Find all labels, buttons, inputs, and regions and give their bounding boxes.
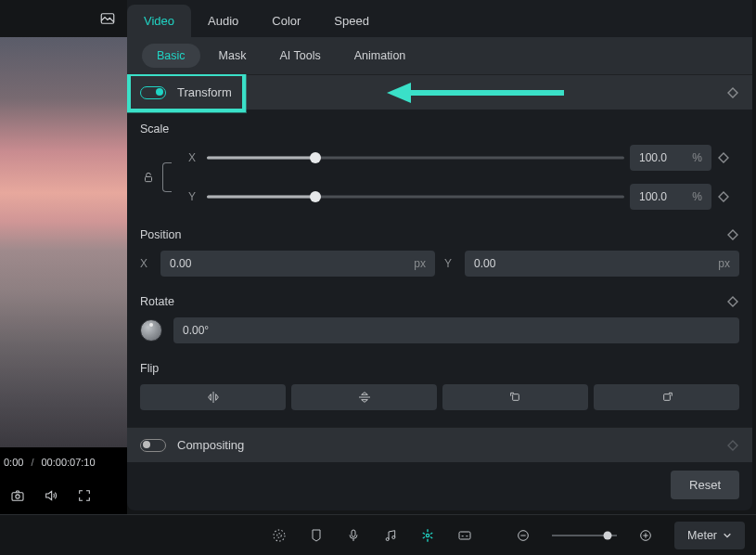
mic-icon[interactable] bbox=[345, 527, 362, 544]
tab-audio[interactable]: Audio bbox=[191, 5, 255, 37]
zoom-out-icon[interactable] bbox=[515, 527, 532, 544]
subtab-ai-tools[interactable]: AI Tools bbox=[264, 44, 335, 68]
music-note-icon[interactable] bbox=[382, 527, 399, 544]
tab-video[interactable]: Video bbox=[127, 5, 191, 37]
time-total: 00:00:07:10 bbox=[41, 457, 95, 468]
time-current: 0:00 bbox=[4, 457, 23, 468]
bottom-toolbar: Meter bbox=[0, 514, 756, 555]
transform-header[interactable]: Transform bbox=[127, 74, 752, 110]
svg-rect-8 bbox=[352, 530, 355, 536]
meter-button[interactable]: Meter bbox=[674, 522, 745, 549]
svg-point-11 bbox=[426, 534, 429, 536]
rotate-cw-button[interactable] bbox=[594, 384, 739, 410]
svg-rect-1 bbox=[12, 493, 23, 501]
scale-y-label: Y bbox=[188, 190, 201, 203]
tab-speed[interactable]: Speed bbox=[317, 5, 386, 37]
scale-title: Scale bbox=[140, 123, 739, 136]
rotate-ccw-button[interactable] bbox=[442, 384, 588, 410]
position-y-label: Y bbox=[444, 257, 455, 270]
svg-rect-3 bbox=[146, 176, 152, 181]
svg-point-9 bbox=[386, 537, 389, 540]
subtab-mask[interactable]: Mask bbox=[204, 44, 262, 68]
scale-lock[interactable] bbox=[140, 171, 157, 184]
rotate-input[interactable]: 0.00° bbox=[173, 317, 739, 343]
svg-point-7 bbox=[274, 530, 285, 541]
position-keyframe-icon[interactable] bbox=[726, 228, 739, 241]
svg-point-10 bbox=[392, 536, 395, 538]
compositing-keyframe-icon[interactable] bbox=[726, 439, 739, 452]
reset-bar: Reset bbox=[127, 462, 752, 507]
properties-panel: Video Audio Color Speed Basic Mask AI To… bbox=[127, 0, 752, 510]
preview-timebar: 0:00 / 00:00:07:10 bbox=[0, 447, 127, 477]
scale-bracket bbox=[162, 157, 175, 198]
panel-body: Transform Scale X bbox=[127, 74, 752, 510]
preview-topbar bbox=[0, 0, 127, 37]
position-y-input[interactable]: 0.00 px bbox=[465, 251, 739, 277]
volume-icon[interactable] bbox=[43, 487, 59, 504]
subtab-basic[interactable]: Basic bbox=[142, 44, 200, 68]
flip-title: Flip bbox=[140, 362, 739, 375]
scale-x-keyframe-icon[interactable] bbox=[717, 151, 730, 164]
preview-panel: 0:00 / 00:00:07:10 bbox=[0, 0, 127, 514]
scale-x-slider[interactable] bbox=[207, 151, 624, 164]
compositing-toggle[interactable] bbox=[140, 439, 166, 452]
transform-toggle[interactable] bbox=[140, 86, 166, 99]
position-x-input[interactable]: 0.00 px bbox=[160, 251, 435, 277]
position-title: Position bbox=[140, 228, 181, 241]
svg-point-6 bbox=[277, 533, 282, 537]
adjust-icon[interactable] bbox=[271, 527, 288, 544]
zoom-slider[interactable] bbox=[552, 530, 617, 541]
flip-horizontal-button[interactable] bbox=[140, 384, 286, 410]
svg-rect-4 bbox=[512, 394, 519, 401]
scale-y-slider[interactable] bbox=[207, 190, 624, 203]
scale-x-label: X bbox=[188, 151, 201, 164]
preview-tools bbox=[0, 477, 127, 514]
transform-content: Scale X 100.0 % bbox=[127, 110, 752, 427]
snap-icon[interactable] bbox=[419, 527, 436, 544]
reset-button[interactable]: Reset bbox=[671, 471, 739, 499]
svg-rect-12 bbox=[459, 532, 470, 539]
sub-tabs: Basic Mask AI Tools Animation bbox=[127, 37, 752, 74]
svg-rect-5 bbox=[663, 394, 670, 401]
subtab-animation[interactable]: Animation bbox=[340, 44, 421, 68]
transform-keyframe-icon[interactable] bbox=[726, 86, 739, 99]
transform-label: Transform bbox=[177, 85, 232, 99]
scale-y-keyframe-icon[interactable] bbox=[717, 190, 730, 203]
fullscreen-icon[interactable] bbox=[76, 487, 93, 504]
rotate-keyframe-icon[interactable] bbox=[726, 295, 739, 308]
annotation-arrow bbox=[387, 83, 564, 103]
position-x-label: X bbox=[140, 257, 151, 270]
compositing-label: Compositing bbox=[177, 438, 244, 452]
svg-point-2 bbox=[16, 495, 19, 498]
tab-color[interactable]: Color bbox=[255, 5, 317, 37]
rotate-dial[interactable] bbox=[140, 319, 162, 342]
caption-icon[interactable] bbox=[456, 527, 473, 544]
marker-icon[interactable] bbox=[308, 527, 325, 544]
rotate-title: Rotate bbox=[140, 295, 174, 308]
chevron-down-icon bbox=[723, 531, 732, 540]
zoom-in-icon[interactable] bbox=[637, 527, 654, 544]
main-tabs: Video Audio Color Speed bbox=[127, 0, 752, 37]
camera-icon[interactable] bbox=[9, 487, 26, 504]
compositing-header[interactable]: Compositing bbox=[127, 427, 752, 462]
flip-vertical-button[interactable] bbox=[291, 384, 437, 410]
meter-label: Meter bbox=[687, 529, 717, 542]
snapshot-icon[interactable] bbox=[99, 10, 116, 27]
scale-x-input[interactable]: 100.0 % bbox=[630, 145, 711, 171]
preview-video[interactable] bbox=[0, 37, 127, 447]
time-separator: / bbox=[31, 457, 33, 468]
scale-y-input[interactable]: 100.0 % bbox=[630, 184, 711, 210]
